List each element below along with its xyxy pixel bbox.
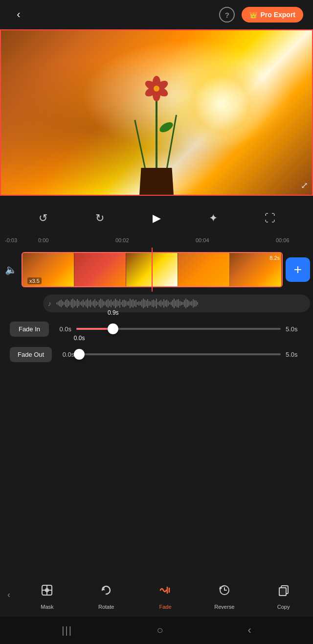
fade-in-row: Fade In 0.0s 0.9s 5.0s <box>10 320 303 338</box>
fade-out-row: Fade Out 0.0s 0.0s 5.0s <box>10 345 303 363</box>
fade-out-button[interactable]: Fade Out <box>10 347 52 362</box>
top-bar: ‹ ? 👑 Pro Export <box>0 0 313 29</box>
reverse-icon <box>218 583 231 597</box>
menu-icon: ||| <box>62 625 72 636</box>
ruler-label-0: -0:03 <box>5 237 17 243</box>
copy-icon <box>277 583 291 597</box>
magic-button[interactable]: ✦ <box>202 207 224 229</box>
tool-reverse[interactable]: Reverse <box>210 579 239 610</box>
redo-button[interactable]: ↻ <box>89 207 111 229</box>
fade-label: Fade <box>159 604 171 610</box>
svg-rect-11 <box>279 588 286 596</box>
volume-icon: 🔈 <box>5 264 17 276</box>
ruler-label-1: 0:00 <box>38 237 48 243</box>
reverse-label: Reverse <box>214 604 234 610</box>
fade-in-max-val: 5.0s <box>286 325 303 333</box>
rotate-icon <box>99 583 113 597</box>
nav-menu-button[interactable]: ||| <box>58 621 76 640</box>
fade-out-min-val: 0.0s <box>57 351 74 358</box>
pro-export-label: Pro Export <box>260 11 295 19</box>
fade-out-slider[interactable]: 0.0s <box>79 345 281 363</box>
timeline-ruler: -0:03 0:00 00:02 00:04 00:06 <box>0 233 313 248</box>
undo-button[interactable]: ↺ <box>32 207 54 229</box>
back-button[interactable]: ‹ <box>10 6 27 23</box>
playback-controls: ↺ ↻ ▶ ✦ ⛶ <box>0 204 313 233</box>
mask-icon <box>40 583 54 597</box>
play-icon: ▶ <box>153 212 161 225</box>
timeline-container: -0:03 0:00 00:02 00:04 00:06 🔈 x3.5 8.2s… <box>0 233 313 312</box>
tool-rotate[interactable]: Rotate <box>91 579 121 610</box>
fullscreen-button[interactable]: ⛶ <box>259 207 281 229</box>
fade-icon <box>158 583 172 597</box>
tool-items: Mask Rotate Fade <box>18 579 313 610</box>
sun-glare <box>172 55 270 153</box>
fade-in-thumb[interactable] <box>108 323 118 334</box>
stem-1 <box>156 99 157 168</box>
audio-track-row: ♪ <box>0 292 310 312</box>
tool-fade[interactable]: Fade <box>151 579 180 610</box>
redo-icon: ↻ <box>95 212 104 225</box>
thumb-segment-4 <box>178 253 230 286</box>
ruler-label-2: 00:02 <box>115 237 129 243</box>
stem-3 <box>134 120 146 168</box>
crown-icon: 👑 <box>249 11 257 19</box>
fade-in-current-value: 0.9s <box>108 309 119 316</box>
svg-point-5 <box>103 587 105 589</box>
fade-out-current-value: 0.0s <box>74 335 85 342</box>
music-note-icon: ♪ <box>48 299 51 307</box>
video-track[interactable]: x3.5 8.2s <box>22 252 283 287</box>
undo-icon: ↺ <box>39 212 47 225</box>
resize-icon[interactable]: ⤢ <box>301 180 308 191</box>
chevron-left-icon: ‹ <box>7 590 10 600</box>
fade-icon-wrap <box>155 579 176 601</box>
thumb-segment-3 <box>126 253 178 286</box>
fade-in-button[interactable]: Fade In <box>10 322 49 337</box>
fade-out-thumb[interactable] <box>74 349 85 360</box>
fullscreen-icon: ⛶ <box>265 212 275 225</box>
bottom-toolbar: ‹ Mask Rotate <box>0 573 313 617</box>
add-clip-button[interactable]: + <box>286 257 310 282</box>
track-duration-label: 8.2s <box>269 255 280 261</box>
nav-bar: ||| ○ ‹ <box>0 617 313 644</box>
fade-in-slider[interactable]: 0.9s <box>76 320 281 338</box>
rotate-icon-wrap <box>95 579 117 601</box>
toolbar-scroll-left[interactable]: ‹ <box>0 586 18 603</box>
fade-section: Fade In 0.0s 0.9s 5.0s Fade Out 0.0s 0.0… <box>0 312 313 376</box>
fade-in-min-val: 0.0s <box>54 325 71 333</box>
track-thumbnails <box>22 253 282 286</box>
thumb-segment-2 <box>74 253 126 286</box>
tool-mask[interactable]: Mask <box>32 579 62 610</box>
ruler-label-4: 00:06 <box>276 237 290 243</box>
fade-out-max-val: 5.0s <box>286 351 303 358</box>
fade-in-track <box>76 328 281 330</box>
play-button[interactable]: ▶ <box>146 207 167 229</box>
tool-copy[interactable]: Copy <box>269 579 298 610</box>
nav-home-button[interactable]: ○ <box>153 620 167 641</box>
copy-label: Copy <box>277 604 290 610</box>
ruler-label-3: 00:04 <box>196 237 209 243</box>
nav-back-icon: ‹ <box>247 624 251 637</box>
timeline-track-area: 🔈 x3.5 8.2s + <box>0 248 313 292</box>
flower-1 <box>146 78 167 99</box>
spacer-1 <box>0 196 313 204</box>
rotate-label: Rotate <box>98 604 114 610</box>
track-speed-label: x3.5 <box>27 277 42 284</box>
help-button[interactable]: ? <box>219 7 235 23</box>
top-right-controls: ? 👑 Pro Export <box>219 7 303 23</box>
back-icon: ‹ <box>17 8 20 21</box>
copy-icon-wrap <box>273 579 294 601</box>
waveform-bars <box>56 298 305 309</box>
volume-icon-area[interactable]: 🔈 <box>0 264 22 276</box>
nav-back-button[interactable]: ‹ <box>244 620 255 641</box>
flower-pot <box>139 168 174 195</box>
audio-waveform[interactable]: ♪ <box>43 295 310 312</box>
help-icon: ? <box>225 11 229 19</box>
home-icon: ○ <box>156 624 163 637</box>
video-preview: ⤢ <box>0 29 313 196</box>
magic-icon: ✦ <box>209 212 218 225</box>
pro-export-button[interactable]: 👑 Pro Export <box>242 7 303 23</box>
reverse-icon-wrap <box>214 579 235 601</box>
mask-icon-wrap <box>36 579 58 601</box>
mask-label: Mask <box>41 604 53 610</box>
fade-out-track <box>79 353 281 355</box>
